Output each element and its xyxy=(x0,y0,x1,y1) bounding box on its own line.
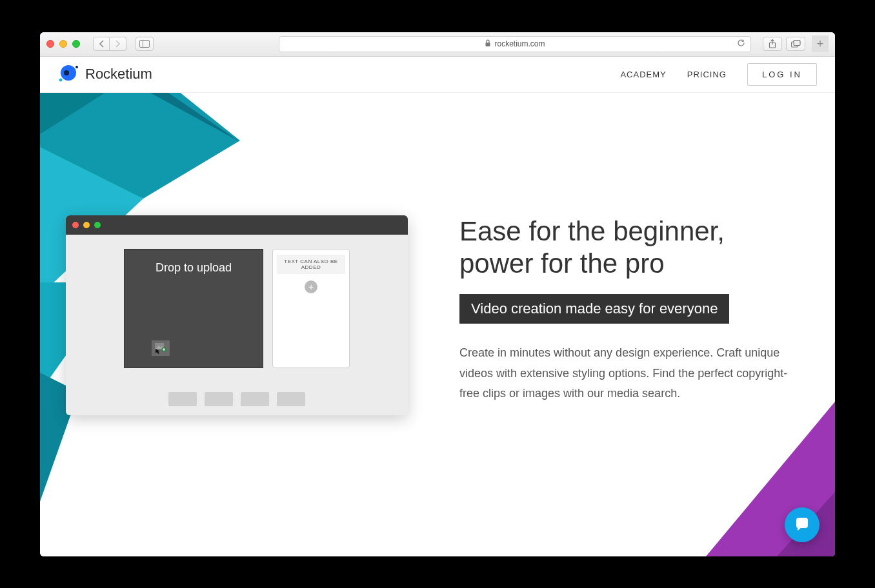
maximize-window-button[interactable] xyxy=(72,40,80,48)
svg-point-18 xyxy=(75,66,78,68)
mockup-zoom-icon xyxy=(94,222,101,228)
url-text: rocketium.com xyxy=(494,39,545,48)
mockup-body: Drop to upload xyxy=(66,235,408,382)
headline-line1: Ease for the beginner, xyxy=(459,216,725,246)
reload-icon[interactable] xyxy=(737,39,745,49)
thumb-3 xyxy=(241,392,269,406)
mockup-thumbnails xyxy=(66,392,408,406)
thumb-4 xyxy=(277,392,305,406)
svg-rect-2 xyxy=(486,43,490,46)
brand-logo[interactable]: Rocketium xyxy=(58,63,152,86)
nav-academy[interactable]: ACADEMY xyxy=(620,70,666,79)
login-button[interactable]: LOG IN xyxy=(747,63,817,86)
hero-illustration: Drop to upload xyxy=(66,215,414,415)
lock-icon xyxy=(485,39,491,49)
mockup-minimize-icon xyxy=(83,222,90,228)
svg-rect-6 xyxy=(794,41,800,46)
tabs-button[interactable] xyxy=(786,37,805,51)
chat-icon xyxy=(794,516,810,533)
nav-button-group xyxy=(93,37,126,51)
svg-rect-0 xyxy=(140,41,150,48)
forward-button[interactable] xyxy=(110,37,126,51)
webpage: Rocketium ACADEMY PRICING LOG IN xyxy=(40,57,835,556)
nav-pricing[interactable]: PRICING xyxy=(687,70,727,79)
add-icon: + xyxy=(305,280,317,293)
drop-upload-label: Drop to upload xyxy=(156,261,232,274)
back-button[interactable] xyxy=(93,37,110,51)
browser-toolbar: rocketium.com + xyxy=(40,32,835,57)
hero-copy: Ease for the beginner, power for the pro… xyxy=(459,215,801,404)
sidebar-toggle-button[interactable] xyxy=(136,37,154,51)
site-header: Rocketium ACADEMY PRICING LOG IN xyxy=(40,57,835,93)
drop-upload-area: Drop to upload xyxy=(124,249,263,368)
window-controls xyxy=(46,40,80,48)
svg-marker-24 xyxy=(156,349,160,354)
svg-point-17 xyxy=(59,79,63,82)
share-button[interactable] xyxy=(763,37,782,51)
mockup-close-icon xyxy=(72,222,79,228)
thumb-1 xyxy=(168,392,197,406)
minimize-window-button[interactable] xyxy=(59,40,67,48)
new-tab-button[interactable]: + xyxy=(812,35,829,52)
chat-widget-button[interactable] xyxy=(785,507,820,542)
hero-body: Create in minutes without any design exp… xyxy=(459,343,801,404)
address-bar[interactable]: rocketium.com xyxy=(279,36,751,52)
hero-section: Drop to upload xyxy=(40,93,835,556)
mockup-titlebar xyxy=(66,215,408,235)
hero-subhead: Video creation made easy for everyone xyxy=(459,294,729,324)
rocketium-logo-icon xyxy=(58,63,79,86)
headline-line2: power for the pro xyxy=(459,248,665,279)
close-window-button[interactable] xyxy=(46,40,54,48)
toolbar-right-group: + xyxy=(763,35,829,52)
editor-mockup: Drop to upload xyxy=(66,215,408,415)
hero-headline: Ease for the beginner, power for the pro xyxy=(459,215,801,280)
svg-point-16 xyxy=(64,70,69,75)
side-panel-note: TEXT CAN ALSO BE ADDED xyxy=(277,255,345,274)
upload-cursor-icon xyxy=(152,340,170,356)
header-nav: ACADEMY PRICING LOG IN xyxy=(620,63,817,86)
mockup-side-panel: TEXT CAN ALSO BE ADDED + xyxy=(272,249,350,368)
brand-name: Rocketium xyxy=(85,66,152,83)
safari-browser-window: rocketium.com + xyxy=(40,32,835,556)
thumb-2 xyxy=(205,392,233,406)
